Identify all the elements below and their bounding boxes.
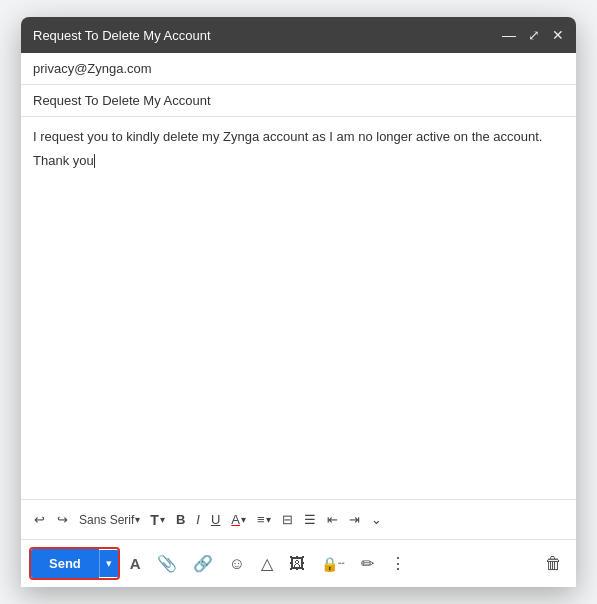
text-size-button[interactable]: T ▾	[145, 508, 170, 532]
signature-button[interactable]: ✏	[355, 550, 380, 577]
drive-icon: △	[261, 554, 273, 573]
indent-less-icon: ⇤	[327, 512, 338, 527]
header-controls: — ⤢ ✕	[502, 27, 564, 43]
bold-button[interactable]: B	[171, 508, 190, 531]
indent-more-icon: ⇥	[349, 512, 360, 527]
image-icon: 🖼	[289, 555, 305, 573]
delete-icon: 🗑	[545, 554, 562, 573]
image-button[interactable]: 🖼	[283, 551, 311, 577]
emoji-button[interactable]: ☺	[223, 551, 251, 577]
bottom-toolbar: Send ▾ A 📎 🔗 ☺ △ 🖼 🔒 ╌	[21, 539, 576, 587]
color-chevron-icon: ▾	[241, 514, 246, 525]
bullet-list-icon: ☰	[304, 512, 316, 527]
window-title: Request To Delete My Account	[33, 28, 211, 43]
undo-button[interactable]: ↩	[29, 508, 50, 531]
underline-button[interactable]: U	[206, 508, 225, 531]
align-icon: ≡	[257, 512, 265, 527]
format-text-icon: A	[130, 555, 141, 572]
confidential-button[interactable]: 🔒 ╌	[315, 552, 351, 576]
more-formatting-icon: ⌄	[371, 512, 382, 527]
link-button[interactable]: 🔗	[187, 550, 219, 577]
body-line2: Thank you	[33, 151, 564, 171]
more-options-button[interactable]: ⋮	[384, 550, 412, 577]
confidential-strike: ╌	[338, 557, 345, 570]
italic-button[interactable]: I	[191, 508, 205, 531]
to-field[interactable]: privacy@Zynga.com	[21, 53, 576, 85]
formatting-toolbar: ↩ ↪ Sans Serif ▾ T ▾ B I U A	[21, 499, 576, 539]
subject-field[interactable]: Request To Delete My Account	[21, 85, 576, 117]
link-icon: 🔗	[193, 554, 213, 573]
send-button-group: Send ▾	[29, 547, 120, 580]
drive-button[interactable]: △	[255, 550, 279, 577]
compose-header: Request To Delete My Account — ⤢ ✕	[21, 17, 576, 53]
minimize-button[interactable]: —	[502, 27, 516, 43]
text-size-icon: T	[150, 512, 159, 528]
undo-icon: ↩	[34, 512, 45, 527]
delete-button[interactable]: 🗑	[539, 550, 568, 578]
bullet-list-button[interactable]: ☰	[299, 508, 321, 531]
signature-icon: ✏	[361, 554, 374, 573]
indent-more-button[interactable]: ⇥	[344, 508, 365, 531]
compose-window: Request To Delete My Account — ⤢ ✕ priva…	[21, 17, 576, 587]
redo-button[interactable]: ↪	[52, 508, 73, 531]
confidential-icon: 🔒	[321, 556, 338, 572]
more-options-icon: ⋮	[390, 554, 406, 573]
expand-button[interactable]: ⤢	[528, 27, 540, 43]
indent-less-button[interactable]: ⇤	[322, 508, 343, 531]
attach-button[interactable]: 📎	[151, 550, 183, 577]
emoji-icon: ☺	[229, 555, 245, 573]
cursor	[94, 154, 95, 168]
body-line1: I request you to kindly delete my Zynga …	[33, 127, 564, 147]
size-chevron-icon: ▾	[160, 514, 165, 525]
format-text-button[interactable]: A	[124, 551, 147, 576]
font-name: Sans Serif	[79, 513, 134, 527]
subject-value: Request To Delete My Account	[33, 93, 211, 108]
close-button[interactable]: ✕	[552, 27, 564, 43]
to-value: privacy@Zynga.com	[33, 61, 152, 76]
more-formatting-button[interactable]: ⌄	[366, 508, 387, 531]
numbered-list-icon: ⊟	[282, 512, 293, 527]
font-selector[interactable]: Sans Serif ▾	[75, 511, 144, 529]
underline-icon: U	[211, 512, 220, 527]
send-dropdown-button[interactable]: ▾	[99, 550, 118, 577]
bottom-left: Send ▾ A 📎 🔗 ☺ △ 🖼 🔒 ╌	[29, 547, 412, 580]
attach-icon: 📎	[157, 554, 177, 573]
compose-body[interactable]: I request you to kindly delete my Zynga …	[21, 117, 576, 499]
align-button[interactable]: ≡ ▾	[252, 508, 276, 531]
text-color-button[interactable]: A ▾	[226, 508, 251, 531]
italic-icon: I	[196, 512, 200, 527]
redo-icon: ↪	[57, 512, 68, 527]
font-chevron-icon: ▾	[135, 514, 140, 525]
bold-icon: B	[176, 512, 185, 527]
align-chevron-icon: ▾	[266, 514, 271, 525]
numbered-list-button[interactable]: ⊟	[277, 508, 298, 531]
send-button[interactable]: Send	[31, 549, 99, 578]
text-color-icon: A	[231, 512, 240, 527]
